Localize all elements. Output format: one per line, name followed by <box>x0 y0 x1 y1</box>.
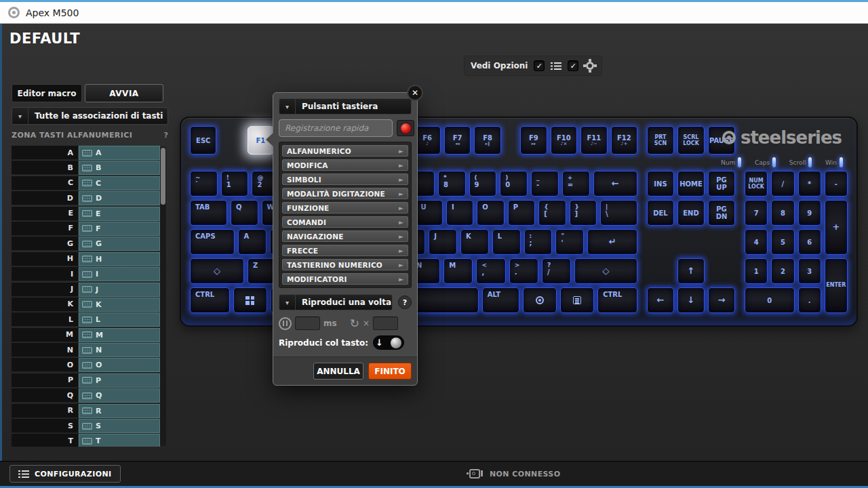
key-9[interactable]: (9 <box>469 171 497 197</box>
key-ctrl-left[interactable]: CTRL <box>190 287 230 313</box>
key-p[interactable]: P <box>508 200 535 226</box>
key-binding-row-e[interactable]: EE <box>12 207 160 221</box>
key-u[interactable]: U <box>416 200 443 226</box>
binding-type-dropdown[interactable]: ▾ Pulsanti tastiera <box>279 98 412 115</box>
key-menu[interactable] <box>560 287 594 313</box>
key-binding-value[interactable]: D <box>79 191 160 205</box>
category-alfanumerico[interactable]: ALFANUMERICO► <box>282 145 408 157</box>
key-binding-row-o[interactable]: OO <box>12 358 160 372</box>
key-k[interactable]: K <box>460 229 489 255</box>
key-a[interactable]: A <box>238 229 267 255</box>
key-numpad-enter[interactable]: ENTER <box>825 258 848 313</box>
category-modificatori[interactable]: MODIFICATORI► <box>282 273 408 285</box>
key-numpad-multiply[interactable]: * <box>798 171 821 197</box>
key-binding-value[interactable]: P <box>79 373 160 388</box>
key-binding-value[interactable]: E <box>79 207 160 221</box>
key-f7[interactable]: F7◂◂ <box>444 126 471 155</box>
key-binding-row-g[interactable]: GG <box>12 237 160 251</box>
key-enter[interactable]: ↵ <box>587 229 637 255</box>
key-shift-left[interactable]: ◇ <box>190 258 244 284</box>
key-binding-value[interactable]: S <box>79 419 160 433</box>
key-o[interactable]: O <box>477 200 504 226</box>
key-binding-row-r[interactable]: RR <box>12 404 160 418</box>
key-binding-row-c[interactable]: CC <box>12 176 160 190</box>
key-bracket-left[interactable]: {[ <box>538 200 566 226</box>
key-i[interactable]: I <box>446 200 473 226</box>
key-list-scrollbar[interactable] <box>160 146 166 446</box>
key-binding-row-m[interactable]: MM <box>12 328 160 342</box>
record-button[interactable] <box>397 120 414 136</box>
key-binding-value[interactable]: K <box>79 298 160 312</box>
key-numpad-6[interactable]: 6 <box>798 229 821 255</box>
key-backslash[interactable]: |\ <box>600 200 637 226</box>
key-numpad-9[interactable]: 9 <box>798 200 821 226</box>
key-binding-row-s[interactable]: SS <box>12 419 160 433</box>
view-option-checkbox-2[interactable]: ✓ <box>568 60 578 71</box>
help-button[interactable]: ? <box>398 296 412 309</box>
key-numpad-plus[interactable]: + <box>825 200 848 255</box>
settings-gear-icon[interactable] <box>586 62 594 70</box>
key-shift-right[interactable]: ◇ <box>574 258 637 284</box>
key-binding-row-q[interactable]: QQ <box>12 388 160 403</box>
key-numpad-decimal[interactable]: . <box>798 287 821 313</box>
key-binding-value[interactable]: G <box>79 237 160 251</box>
key-slash[interactable]: ?/ <box>542 258 571 284</box>
key-caps[interactable]: CAPS <box>190 229 235 255</box>
key-press-toggle[interactable]: ↓ <box>373 336 404 350</box>
zone-help-icon[interactable]: ? <box>164 131 168 140</box>
key-f8[interactable]: F8▸‖ <box>474 126 500 155</box>
quick-record-input[interactable] <box>279 119 393 137</box>
key-binding-value[interactable]: Q <box>79 388 160 403</box>
key-q[interactable]: Q <box>231 200 258 226</box>
key-binding-value[interactable]: L <box>79 312 160 327</box>
key-numpad-8[interactable]: 8 <box>771 200 794 226</box>
key-f12[interactable]: F12♪+ <box>611 126 637 155</box>
key-m[interactable]: M <box>443 258 473 284</box>
category-simboli[interactable]: SIMBOLI► <box>282 174 408 185</box>
key-binding-value[interactable]: M <box>79 328 160 342</box>
key-steelseries-fn[interactable] <box>523 287 557 313</box>
key-f10[interactable]: F10♪× <box>551 126 577 155</box>
key-binding-value[interactable]: B <box>79 161 160 175</box>
key-numpad-4[interactable]: 4 <box>745 229 768 255</box>
key-numpad-2[interactable]: 2 <box>771 258 794 284</box>
key-j[interactable]: J <box>429 229 457 255</box>
key-pg-dn[interactable]: PG DN <box>708 200 735 226</box>
key-binding-value[interactable]: T <box>79 434 160 447</box>
key-arrow-left[interactable]: ← <box>647 287 674 313</box>
key-num-lock[interactable]: NUMLOCK <box>745 171 768 197</box>
cancel-button[interactable]: ANNULLA <box>313 363 363 380</box>
key-ctrl-right[interactable]: CTRL <box>597 287 637 313</box>
key-binding-row-n[interactable]: NN <box>12 343 160 357</box>
key-numpad-5[interactable]: 5 <box>771 229 794 255</box>
bindings-dropdown[interactable]: ▾ Tutte le associazioni di tasti <box>12 107 168 125</box>
key-numpad-divide[interactable]: / <box>771 171 794 197</box>
key-binding-row-l[interactable]: LL <box>12 312 160 327</box>
configurations-button[interactable]: CONFIGURAZIONI <box>9 465 121 483</box>
key-0[interactable]: )0 <box>500 171 528 197</box>
key-backspace[interactable]: ← <box>593 171 637 197</box>
key-binding-row-f[interactable]: FF <box>12 222 160 236</box>
key-binding-value[interactable]: F <box>79 222 160 236</box>
key-binding-row-h[interactable]: HH <box>12 252 160 266</box>
key-del[interactable]: DEL <box>647 200 674 226</box>
key-esc[interactable]: ESC <box>190 126 216 155</box>
category-modalit-digitazione[interactable]: MODALITÀ DIGITAZIONE► <box>282 188 408 199</box>
key-binding-value[interactable]: A <box>79 146 160 160</box>
category-navigazione[interactable]: NAVIGAZIONE► <box>282 230 408 242</box>
key-8[interactable]: *8 <box>438 171 466 197</box>
key-ins[interactable]: INS <box>647 171 674 197</box>
category-tastierino-numerico[interactable]: TASTIERINO NUMERICO► <box>282 259 408 270</box>
key-numpad-7[interactable]: 7 <box>745 200 768 226</box>
key-comma[interactable]: <, <box>476 258 505 284</box>
playback-dropdown[interactable]: ▾ Riproduci una volta <box>279 294 393 310</box>
key-binding-row-b[interactable]: BB <box>12 161 160 175</box>
key-binding-row-k[interactable]: KK <box>12 298 160 312</box>
done-button[interactable]: FINITO <box>368 363 412 380</box>
key-semicolon[interactable]: :; <box>524 229 553 255</box>
key-binding-value[interactable]: R <box>79 404 160 418</box>
key-arrow-down[interactable]: ↓ <box>677 287 705 313</box>
repeat-count-input[interactable] <box>373 317 398 330</box>
key-binding-row-d[interactable]: DD <box>12 191 160 205</box>
macro-start-button[interactable]: AVVIA <box>85 84 163 102</box>
